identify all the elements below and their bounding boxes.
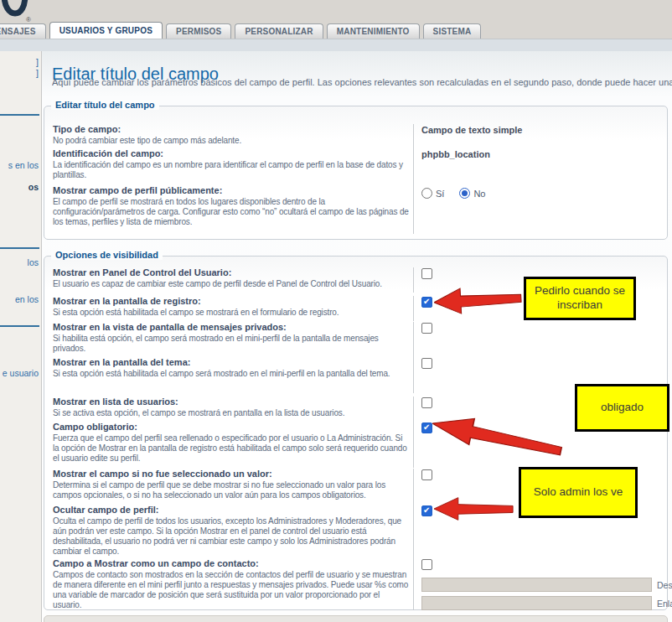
sidebar: ] ] s en los os los en los e usuario [0, 51, 41, 622]
field-row-mostrar-tema: Mostrar en la pantalla del tema:Si esta … [53, 357, 662, 393]
annotation-solo-admin: Solo admin los ve [519, 467, 638, 518]
field-label: Mostrar en la pantalla de registro: [53, 296, 410, 307]
checkbox-mostrar-sin-valor[interactable] [421, 469, 432, 480]
contact-description-input[interactable] [421, 578, 652, 592]
checkbox-mostrar-registro[interactable] [421, 297, 432, 308]
field-label: Mostrar en lista de usuarios: [53, 397, 410, 407]
checkbox-ocultar[interactable] [421, 505, 432, 516]
field-label: Campo a Mostrar como un campo de contact… [53, 558, 410, 569]
tab-mantenimiento[interactable]: MANTENIMIENTO [327, 23, 420, 39]
top-strip: ® MENSAJES USUARIOS Y GRUPOS PERMISOS PE… [0, 0, 672, 39]
contact-link-input[interactable] [421, 596, 652, 610]
sidebar-link-fragment[interactable]: los [28, 257, 39, 267]
contact-description-label: Descripci [657, 580, 672, 590]
tab-usuarios-y-grupos[interactable]: USUARIOS Y GRUPOS [49, 22, 163, 39]
checkbox-mostrar-lista[interactable] [421, 397, 432, 408]
field-description: No podrá cambiar este tipo de campo más … [53, 136, 410, 146]
field-row-campo-obligatorio: Campo obligatorio:Fuerza que el campo de… [53, 422, 662, 468]
fieldset-legend: Editar título del campo [51, 100, 159, 110]
next-panel-edge [44, 615, 668, 622]
red-arrow-ocultar-icon [434, 495, 514, 522]
field-description: Campos de contacto son mostrados en la s… [53, 570, 410, 610]
page-subtitle: Aquí puede cambiar los parámetros básico… [52, 77, 672, 87]
annotation-pedirlo: Pedirlo cuando se inscriban [524, 277, 636, 320]
field-row-mostrar-mensajes-privados: Mostrar en la vista de pantalla de mensa… [53, 322, 662, 358]
field-label: Mostrar en la vista de pantalla de mensa… [53, 322, 410, 333]
field-label: Campo obligatorio: [53, 422, 410, 433]
checkbox-mostrar-tema[interactable] [421, 358, 432, 369]
field-value: Campo de texto simple [421, 124, 662, 135]
sidebar-divider [0, 114, 39, 116]
sidebar-divider [0, 325, 39, 327]
sidebar-item-current[interactable]: os [28, 182, 39, 192]
tab-sistema[interactable]: SISTEMA [423, 23, 482, 39]
sidebar-link-fragment[interactable]: s en los [8, 160, 39, 170]
checkbox-mostrar-ucp[interactable] [421, 268, 432, 279]
field-description: Determina si el campo de perfil que se d… [53, 480, 410, 500]
field-value: phpbb_location [421, 148, 662, 159]
sidebar-link-fragment[interactable]: en los [15, 294, 39, 304]
field-description: Oculta el campo de perfil de todos los u… [53, 516, 410, 557]
checkbox-contacto[interactable] [421, 559, 432, 570]
annotation-obligado: obligado [575, 384, 669, 432]
sidebar-divider [0, 247, 39, 249]
field-description: Si se activa esta opción, el campo se mo… [53, 408, 410, 418]
field-label: Mostrar campo de perfil públicamente: [53, 185, 410, 196]
field-label: Mostrar el campo si no fue seleccionado … [53, 469, 410, 479]
sidebar-link-fragment[interactable]: e usuario [3, 368, 39, 378]
field-description: Si esta opción está habilitada el campo … [53, 369, 410, 379]
phpbb-acp-page: ® MENSAJES USUARIOS Y GRUPOS PERMISOS PE… [0, 0, 672, 622]
radio-si[interactable] [421, 188, 432, 199]
radio-si-label: Sí [436, 189, 444, 199]
fieldset-legend: Opciones de visibilidad [51, 250, 163, 260]
tab-mensajes[interactable]: MENSAJES [0, 23, 46, 39]
field-description: El usuario es capaz de cambiar este camp… [53, 279, 410, 289]
field-label: Mostrar en la pantalla del tema: [53, 357, 410, 368]
radio-no[interactable] [459, 188, 470, 199]
checkbox-mostrar-pm[interactable] [421, 323, 432, 334]
red-arrow-registro-icon [433, 282, 524, 317]
fieldset-editar-titulo: Editar título del campo Tipo de campo: N… [44, 106, 668, 240]
field-description: La identificación del campo es un nombre… [53, 160, 410, 180]
field-description: Si esta opción está habilitada el campo … [53, 308, 410, 318]
field-label: Mostrar en Panel de Control del Usuario: [53, 267, 410, 278]
tab-permisos[interactable]: PERMISOS [166, 23, 231, 39]
registered-mark: ® [26, 16, 31, 23]
field-row-campo-contacto: Campo a Mostrar como un campo de contact… [53, 558, 662, 610]
field-row-mostrar-lista-usuarios: Mostrar en lista de usuarios:Si se activ… [53, 397, 662, 422]
tab-personalizar[interactable]: PERSONALIZAR [235, 23, 323, 39]
sub-tab-band [0, 39, 672, 52]
field-description: Fuerza que el campo del perfil sea relle… [53, 433, 410, 464]
acp-tab-bar: MENSAJES USUARIOS Y GRUPOS PERMISOS PERS… [0, 23, 484, 39]
field-label: Ocultar campo de perfil: [53, 505, 410, 516]
field-label: Identificación del campo: [53, 148, 410, 159]
field-description: Si habilita está opción, el campo será m… [53, 334, 410, 354]
radio-no-label: No [473, 189, 485, 199]
field-row-mostrar-publicamente: Mostrar campo de perfil públicamente: El… [53, 185, 662, 234]
field-label: Tipo de campo: [53, 124, 410, 135]
sidebar-link-fragment[interactable]: ] [36, 68, 39, 78]
contact-link-label: Enlace d [657, 599, 672, 609]
sidebar-link-fragment[interactable]: ] [36, 57, 39, 67]
field-description: El campo de perfil se mostrará en todos … [53, 197, 410, 227]
